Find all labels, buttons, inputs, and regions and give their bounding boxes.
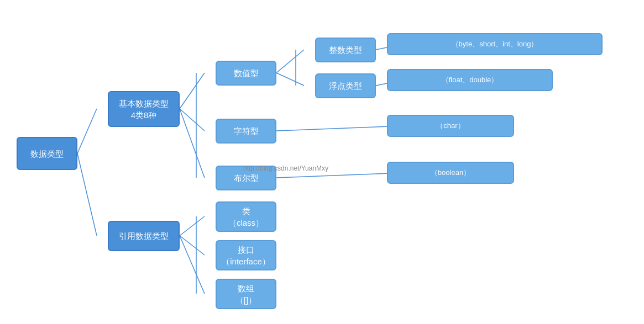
- svg-line-1: [77, 153, 97, 236]
- integer-node: 整数类型: [315, 38, 376, 62]
- bool-detail-node: （boolean）: [387, 162, 514, 184]
- array-node: 数组 （[]）: [216, 279, 276, 309]
- numeric-node: 数值型: [216, 61, 276, 86]
- interface-node: 接口 （interface）: [216, 240, 276, 270]
- basic-node: 基本数据类型 4类8种: [108, 91, 180, 127]
- svg-line-9: [276, 126, 404, 131]
- reference-node: 引用数据类型: [108, 221, 180, 251]
- root-node: 数据类型: [17, 137, 77, 170]
- svg-line-13: [180, 236, 205, 294]
- svg-line-0: [77, 109, 97, 153]
- svg-line-5: [276, 50, 304, 73]
- svg-line-10: [276, 173, 404, 178]
- float-detail-node: （float、double）: [387, 69, 553, 91]
- diagram-container: 数据类型 基本数据类型 4类8种 引用数据类型 数值型 字符型 布尔型 类 （c…: [0, 0, 644, 324]
- class-node: 类 （class）: [216, 201, 276, 232]
- watermark: http://blog.csdn.net/YuanMxy: [243, 164, 328, 172]
- svg-line-2: [180, 73, 205, 109]
- svg-line-6: [276, 73, 304, 86]
- char-detail-node: （char）: [387, 115, 514, 137]
- svg-line-12: [180, 236, 205, 255]
- char-node: 字符型: [216, 119, 276, 144]
- svg-line-11: [180, 216, 205, 236]
- svg-line-4: [180, 109, 205, 178]
- svg-line-3: [180, 109, 205, 131]
- float-node: 浮点类型: [315, 73, 376, 98]
- int-detail-node: （byte、short、int、long）: [387, 33, 603, 55]
